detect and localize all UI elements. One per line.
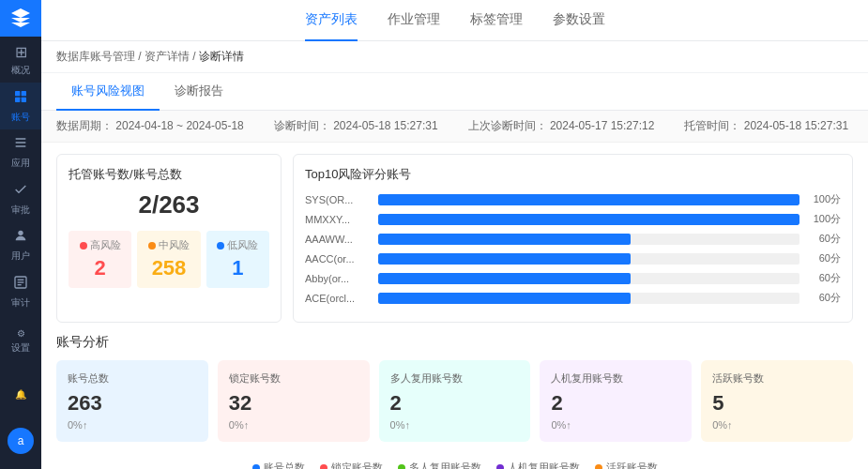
- sidebar-item-label: 审批: [11, 204, 30, 217]
- legend-item: 活跃账号数: [595, 461, 658, 469]
- legend-label: 人机复用账号数: [508, 461, 580, 469]
- top10-bar-item: ACE(orcl... 60分: [305, 291, 841, 305]
- stat-value: 2: [390, 391, 520, 416]
- sidebar-item-label: 用户: [11, 250, 30, 263]
- bar-label: ACE(orcl...: [305, 293, 371, 304]
- sidebar-item-audit[interactable]: 审批: [0, 175, 41, 222]
- stat-label: 锁定账号数: [229, 371, 358, 386]
- content-area: 数据库账号管理 / 资产详情 / 诊断详情 账号风险视图 诊断报告 数据周期： …: [41, 41, 868, 469]
- analysis-section: 账号分析 账号总数 263 0%↑ 锁定账号数 32 0%↑ 多人复用账号数 2…: [41, 334, 868, 453]
- bar-fill: [378, 194, 799, 205]
- settings-icon: ⚙: [17, 328, 25, 339]
- audit2-icon: [13, 275, 28, 294]
- sidebar-item-label: 应用: [11, 157, 30, 170]
- bar-score: 60分: [807, 232, 841, 246]
- stat-label: 多人复用账号数: [390, 371, 520, 386]
- bar-score: 60分: [807, 271, 841, 285]
- legend-item: 锁定账号数: [320, 461, 383, 469]
- sidebar-item-notify[interactable]: 🔔: [0, 368, 41, 420]
- breadcrumb-item-2[interactable]: 资产详情: [145, 50, 190, 63]
- avatar[interactable]: a: [8, 428, 34, 454]
- overview-icon: ⊞: [15, 43, 27, 61]
- breadcrumb-current: 诊断详情: [199, 50, 244, 63]
- sidebar-item-settings[interactable]: ⚙ 设置: [0, 315, 41, 368]
- sidebar-settings-label: 设置: [11, 341, 30, 355]
- sidebar-item-account[interactable]: 账号: [0, 83, 41, 129]
- breadcrumb-separator: /: [138, 50, 145, 63]
- tab-asset-list[interactable]: 资产列表: [305, 0, 358, 41]
- breadcrumb: 数据库账号管理 / 资产详情 / 诊断详情: [41, 41, 868, 73]
- legend-dot: [398, 464, 405, 470]
- bar-score: 60分: [807, 251, 841, 265]
- stats-grid: 账号总数 263 0%↑ 锁定账号数 32 0%↑ 多人复用账号数 2 0%↑ …: [56, 360, 853, 442]
- bar-track: [378, 253, 799, 265]
- high-risk-dot: [80, 242, 87, 250]
- main-content: 资产列表 作业管理 标签管理 参数设置 数据库账号管理 / 资产详情 / 诊断详…: [41, 0, 868, 469]
- user-icon: [13, 228, 28, 247]
- sidebar: ⊞ 概况 账号 应用 审批 用户 审计 ⚙ 设置: [0, 0, 41, 469]
- sidebar-item-label: 账号: [11, 111, 30, 124]
- low-risk-dot: [217, 242, 224, 250]
- risk-items: 高风险 2 中风险 258: [69, 231, 269, 288]
- top-nav: 资产列表 作业管理 标签管理 参数设置: [41, 0, 868, 41]
- top10-bar-item: SYS(OR... 100分: [305, 192, 841, 206]
- tab-tag-mgmt[interactable]: 标签管理: [470, 0, 523, 41]
- low-risk-label: 低风险: [210, 238, 266, 252]
- legend-label: 多人复用账号数: [409, 461, 481, 469]
- analysis-title: 账号分析: [56, 334, 853, 351]
- breadcrumb-item-1[interactable]: 数据库账号管理: [56, 50, 135, 63]
- sub-tab-risk-view[interactable]: 账号风险视图: [56, 73, 160, 111]
- stat-value: 32: [229, 391, 358, 416]
- bar-label: SYS(OR...: [305, 194, 371, 205]
- managed-time: 托管时间： 2024-05-18 15:27:31: [684, 118, 848, 134]
- svg-rect-2: [15, 97, 20, 101]
- top10-title: Top10风险评分账号: [305, 166, 841, 183]
- sidebar-item-audit2[interactable]: 审计: [0, 268, 41, 315]
- legend-dot: [320, 464, 327, 470]
- risk-item-high: 高风险 2: [69, 231, 131, 288]
- notify-icon: 🔔: [15, 389, 26, 400]
- date-bar: 数据周期： 2024-04-18 ~ 2024-05-18 诊断时间： 2024…: [41, 111, 868, 143]
- top10-bar-item: AAAWW... 60分: [305, 232, 841, 246]
- legend-label: 活跃账号数: [606, 461, 658, 469]
- stat-change: 0%↑: [390, 419, 520, 431]
- data-period: 数据周期： 2024-04-18 ~ 2024-05-18: [56, 118, 244, 134]
- chart-area: 账号总数 锁定账号数 多人复用账号数 人机复用账号数 活跃账号数: [41, 453, 868, 469]
- inner-content: 账号风险视图 诊断报告 数据周期： 2024-04-18 ~ 2024-05-1…: [41, 73, 868, 469]
- tab-param-settings[interactable]: 参数设置: [553, 0, 605, 41]
- bar-track: [378, 273, 799, 284]
- stat-change: 0%↑: [551, 419, 680, 431]
- stat-change: 0%↑: [712, 419, 842, 431]
- legend-item: 多人复用账号数: [398, 461, 481, 469]
- sidebar-item-overview[interactable]: ⊞ 概况: [0, 37, 41, 83]
- legend-dot: [496, 464, 504, 470]
- sidebar-item-label: 审计: [11, 296, 30, 310]
- sub-tab-diag-report[interactable]: 诊断报告: [160, 73, 238, 111]
- stat-change: 0%↑: [68, 419, 197, 431]
- bar-track: [378, 194, 799, 205]
- medium-risk-dot: [148, 242, 156, 250]
- svg-rect-3: [22, 97, 26, 101]
- stat-label: 账号总数: [68, 371, 197, 386]
- app-logo[interactable]: [0, 0, 41, 37]
- tab-job-mgmt[interactable]: 作业管理: [388, 0, 440, 41]
- top10-card: Top10风险评分账号 SYS(OR... 100分 MMXXY... 100分…: [293, 154, 853, 323]
- stat-card-multi: 多人复用账号数 2 0%↑: [379, 360, 531, 442]
- bar-fill: [378, 214, 799, 225]
- risk-item-medium: 中风险 258: [137, 231, 200, 288]
- sidebar-item-user[interactable]: 用户: [0, 222, 41, 269]
- bar-track: [378, 293, 799, 304]
- bar-score: 100分: [807, 212, 841, 226]
- top10-bar-item: AACC(or... 60分: [305, 251, 841, 265]
- top10-bars: SYS(OR... 100分 MMXXY... 100分 AAAWW... 60…: [305, 192, 841, 305]
- nav-tabs: 资产列表 作业管理 标签管理 参数设置: [305, 0, 605, 41]
- bar-label: Abby(or...: [305, 273, 371, 284]
- sidebar-item-app[interactable]: 应用: [0, 129, 41, 176]
- risk-overview-card: 托管账号数/账号总数 2/263 高风险 2: [56, 154, 282, 323]
- stat-value: 2: [551, 391, 680, 416]
- bar-fill: [378, 253, 631, 265]
- sub-tabs: 账号风险视图 诊断报告: [41, 73, 868, 111]
- bar-label: MMXXY...: [305, 214, 371, 225]
- svg-point-4: [18, 231, 23, 235]
- bar-track: [378, 214, 799, 225]
